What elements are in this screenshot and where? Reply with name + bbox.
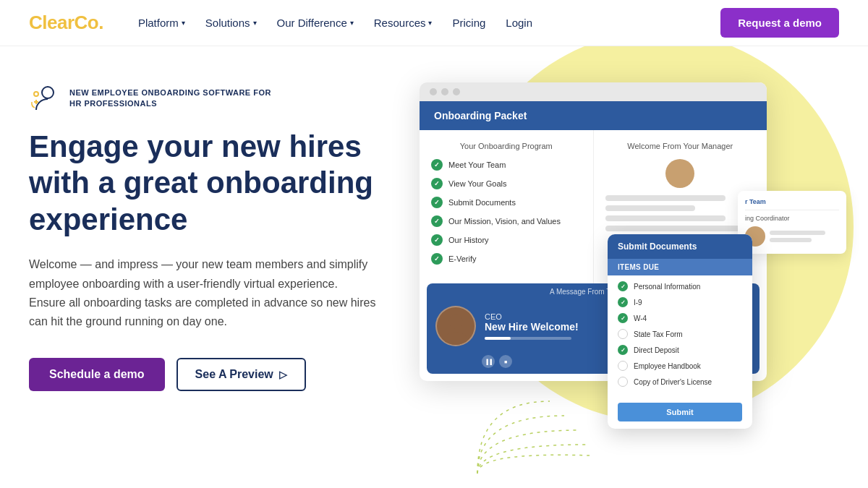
submit-documents-card: Submit Documents Items Due Personal Info… <box>608 234 752 429</box>
coord-person <box>745 226 839 247</box>
list-item: State Tax Form <box>618 329 742 339</box>
video-progress-bar <box>485 337 511 340</box>
text-line <box>770 231 825 235</box>
manager-avatar <box>665 159 694 188</box>
list-item: E-Verify <box>431 253 582 265</box>
chevron-down-icon: ▾ <box>253 19 257 27</box>
col2-title: Welcome From Your Manager <box>605 142 756 150</box>
unchecked-icon <box>618 329 628 339</box>
request-demo-button[interactable]: Request a demo <box>720 8 839 38</box>
onboarding-icon <box>29 82 61 114</box>
check-icon <box>431 178 443 189</box>
coord-info <box>770 231 839 242</box>
check-icon <box>431 234 443 246</box>
schedule-demo-button[interactable]: Schedule a demo <box>29 358 165 391</box>
nav-item-platform[interactable]: Platform ▾ <box>138 17 185 29</box>
chevron-down-icon: ▾ <box>182 19 185 27</box>
check-icon <box>431 215 443 227</box>
list-item: View Your Goals <box>431 178 582 189</box>
divider <box>745 210 839 210</box>
check-icon <box>431 159 443 171</box>
browser-dot-red <box>430 88 437 95</box>
browser-bar <box>420 82 767 101</box>
submit-items-list: Personal Information I-9 W-4 State Tax F… <box>608 275 752 398</box>
check-icon <box>618 281 628 291</box>
nav-item-solutions[interactable]: Solutions ▾ <box>205 17 257 29</box>
arrow-right-icon: ▷ <box>279 369 287 380</box>
text-line <box>605 205 696 211</box>
list-item: Personal Information <box>618 281 742 291</box>
list-item: Our Mission, Vision, and Values <box>431 215 582 227</box>
text-line <box>605 215 726 221</box>
list-item: Submit Documents <box>431 197 582 208</box>
list-item: W-4 <box>618 313 742 323</box>
logo[interactable]: ClearCo. <box>29 12 103 34</box>
play-icon[interactable]: ▐▐ <box>482 355 495 368</box>
browser-dot-yellow <box>441 88 448 95</box>
unchecked-icon <box>618 377 628 387</box>
text-line <box>605 195 726 201</box>
chevron-down-icon: ▾ <box>428 19 432 27</box>
svg-point-1 <box>34 92 38 96</box>
unchecked-icon <box>618 361 628 371</box>
see-preview-button[interactable]: See A Preview ▷ <box>176 358 306 391</box>
list-item: Direct Deposit <box>618 345 742 355</box>
video-avatar <box>435 306 476 346</box>
nav-links: Platform ▾ Solutions ▾ Our Difference ▾ … <box>138 17 720 29</box>
badge-text: NEW EMPLOYEE ONBOARDING SOFTWARE FOR HR … <box>69 87 272 110</box>
logo-text1: Clear <box>29 12 75 33</box>
hero-section: NEW EMPLOYEE ONBOARDING SOFTWARE FOR HR … <box>0 46 868 488</box>
hero-right: .arc-dot{fill:none;stroke:#b8d060;stroke… <box>405 75 839 488</box>
check-icon <box>431 197 443 208</box>
nav-item-pricing[interactable]: Pricing <box>452 17 485 29</box>
text-line <box>770 238 812 242</box>
list-item: Our History <box>431 234 582 246</box>
stop-icon[interactable]: ■ <box>499 355 512 368</box>
nav-item-login[interactable]: Login <box>506 17 532 29</box>
coordinator-card: r Team ing Coordinator <box>738 191 846 254</box>
list-item: Employee Handbook <box>618 361 742 371</box>
text-line <box>605 226 741 231</box>
submit-card-header: Submit Documents <box>608 234 752 259</box>
nav-item-resources[interactable]: Resources ▾ <box>374 17 433 29</box>
submit-card-subheader: Items Due <box>608 259 752 275</box>
svg-point-4 <box>448 314 463 329</box>
submit-btn-wrap: Submit <box>608 398 752 429</box>
onboarding-packet-header: Onboarding Packet <box>420 101 767 130</box>
check-icon <box>618 313 628 323</box>
navbar: ClearCo. Platform ▾ Solutions ▾ Our Diff… <box>0 0 868 46</box>
badge: NEW EMPLOYEE ONBOARDING SOFTWARE FOR HR … <box>29 82 405 114</box>
check-icon <box>618 345 628 355</box>
onboarding-col-1: Your Onboarding Program Meet Your Team V… <box>420 130 594 283</box>
logo-text2: Co. <box>75 12 103 33</box>
check-icon <box>431 253 443 265</box>
coord-team-label: r Team <box>745 198 839 205</box>
chevron-down-icon: ▾ <box>350 19 354 27</box>
nav-item-our-difference[interactable]: Our Difference ▾ <box>277 17 354 29</box>
col1-title: Your Onboarding Program <box>431 142 582 150</box>
hero-buttons: Schedule a demo See A Preview ▷ <box>29 358 405 391</box>
check-icon <box>618 297 628 307</box>
hero-title: Engage your new hires with a great onboa… <box>29 129 405 238</box>
svg-point-0 <box>42 87 54 98</box>
list-item: I-9 <box>618 297 742 307</box>
coord-title-label: ing Coordinator <box>745 215 839 222</box>
list-item: Meet Your Team <box>431 159 582 171</box>
video-text: CEO New Hire Welcome! <box>485 312 579 340</box>
submit-button[interactable]: Submit <box>618 403 742 421</box>
list-item: Copy of Driver's License <box>618 377 742 387</box>
hero-description: Welcome — and impress — your new team me… <box>29 255 376 332</box>
hero-left: NEW EMPLOYEE ONBOARDING SOFTWARE FOR HR … <box>29 75 405 391</box>
browser-dot-green <box>453 88 460 95</box>
svg-point-5 <box>444 332 467 345</box>
